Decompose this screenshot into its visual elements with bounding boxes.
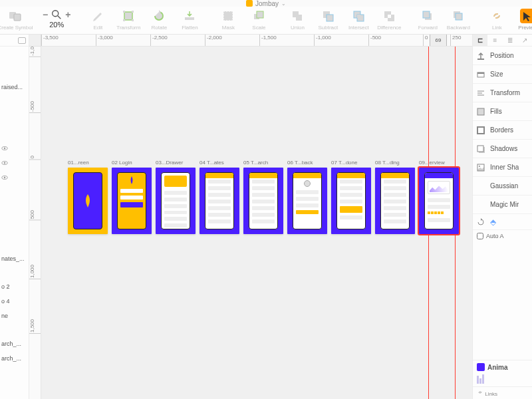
artboard-name[interactable]: 08 T...ding xyxy=(375,160,415,166)
artboard[interactable]: 06 T...back xyxy=(287,160,327,234)
artboard-name[interactable]: 03...Drawer xyxy=(156,160,196,166)
send-backward-icon xyxy=(451,9,466,23)
create-symbol-button[interactable]: Create Symbol xyxy=(4,9,27,31)
zoom-in-button[interactable]: + xyxy=(65,9,70,20)
artboard-name[interactable]: 07 T...done xyxy=(331,160,371,166)
link-button[interactable]: Link xyxy=(485,9,508,31)
anima-plugin-row[interactable]: Anima xyxy=(473,360,532,374)
tab-design[interactable]: ⊏ xyxy=(473,35,487,46)
layer-item[interactable]: o 4 xyxy=(0,294,29,309)
inspector-inner-shadows[interactable]: Inner Sha xyxy=(473,158,532,177)
artboard[interactable]: 01...reen xyxy=(68,160,108,234)
anima-icon xyxy=(477,363,485,371)
layer-item[interactable]: ne xyxy=(0,309,29,323)
document-name: Jombay xyxy=(255,0,279,7)
artboard-row: 01...reen 02 Login 03...Drawer 0 xyxy=(68,160,459,234)
backward-button[interactable]: Backward xyxy=(447,9,469,31)
layer-item[interactable]: raised... xyxy=(0,80,29,94)
perspective-icon[interactable]: ⬘ xyxy=(490,217,496,227)
layers-panel: raised... nates_... o 2 o 4 ne arch_... … xyxy=(0,35,29,399)
zoom-out-button[interactable]: − xyxy=(43,9,48,20)
visibility-icon[interactable] xyxy=(1,174,8,181)
artboard-name[interactable]: 02 Login xyxy=(112,160,152,166)
layer-item[interactable] xyxy=(0,170,29,185)
ruler-origin[interactable] xyxy=(29,35,41,47)
horizontal-ruler[interactable]: -3,500 -3,000 -2,500 -2,000 -1,500 -1,00… xyxy=(41,35,472,47)
ruler-tick: -2,000 xyxy=(205,35,222,47)
window-titlebar: Jombay ⌄ xyxy=(0,0,532,7)
svg-rect-14 xyxy=(257,11,263,18)
inspector-size[interactable]: Size xyxy=(473,65,532,84)
artboard[interactable]: 03...Drawer xyxy=(156,160,196,234)
preview-button[interactable]: Preview xyxy=(516,9,532,31)
inspector-fills[interactable]: Fills xyxy=(473,102,532,121)
links-label: Links xyxy=(473,387,532,399)
main-toolbar: Create Symbol − + 20% Edit Transform Rot… xyxy=(0,7,532,35)
panel-toggle-icon[interactable] xyxy=(18,37,26,44)
bring-forward-icon xyxy=(420,9,435,23)
document-title[interactable]: Jombay ⌄ xyxy=(246,0,286,7)
difference-button[interactable]: Difference xyxy=(378,9,400,31)
visibility-icon[interactable] xyxy=(1,145,8,152)
mini-chart-icon xyxy=(428,181,450,194)
canvas[interactable]: 01...reen 02 Login 03...Drawer 0 xyxy=(41,47,472,399)
layer-item[interactable]: nates_... xyxy=(0,251,29,266)
phone-mock xyxy=(205,172,234,229)
layer-item[interactable]: o 2 xyxy=(0,279,29,294)
phone-mock xyxy=(424,172,454,229)
intersect-button[interactable]: Intersect xyxy=(347,9,370,31)
edit-button[interactable]: Edit xyxy=(86,9,109,31)
zoom-control[interactable]: − + 20% xyxy=(43,9,70,29)
auto-checkbox[interactable]: Auto A xyxy=(473,230,532,242)
ruler-tick: -3,000 xyxy=(96,35,113,47)
artboard[interactable]: 09...erview xyxy=(419,160,459,234)
artboard-name[interactable]: 05 T...arch xyxy=(243,160,283,166)
artboard[interactable]: 02 Login xyxy=(112,160,152,234)
tab-align-center[interactable]: ≣ xyxy=(503,35,517,46)
inspector-position[interactable]: Position xyxy=(473,47,532,65)
subtract-icon xyxy=(321,9,335,23)
scale-button[interactable]: Scale xyxy=(247,9,270,31)
chevron-down-icon: ⌄ xyxy=(281,1,286,7)
union-button[interactable]: Union xyxy=(286,9,309,31)
svg-rect-2 xyxy=(14,14,21,21)
vertical-ruler[interactable]: -1,0 -500 0 500 1,000 1,500 xyxy=(29,47,41,399)
ruler-tick: -3,500 xyxy=(41,35,59,47)
layer-item[interactable] xyxy=(0,141,29,156)
tab-align-left[interactable]: ≡ xyxy=(487,35,502,46)
inspector-shadows[interactable]: Shadows xyxy=(473,140,532,158)
artboard-name[interactable]: 06 T...back xyxy=(287,160,327,166)
refresh-icon[interactable] xyxy=(477,218,485,226)
forward-button[interactable]: Forward xyxy=(416,9,439,31)
transform-icon xyxy=(121,9,136,23)
artboard-name[interactable]: 04 T...ates xyxy=(200,160,239,166)
inspector-transform[interactable]: Transform xyxy=(473,84,532,102)
artboard-name[interactable]: 09...erview xyxy=(419,160,459,166)
layer-item[interactable]: arch_... xyxy=(0,336,29,351)
artboard[interactable]: 05 T...arch xyxy=(243,160,283,234)
layer-item[interactable]: arch_... xyxy=(0,351,29,366)
svg-rect-6 xyxy=(123,11,125,13)
transform-button[interactable]: Transform xyxy=(117,9,140,31)
mask-button[interactable]: Mask xyxy=(217,9,239,31)
svg-point-43 xyxy=(479,166,480,167)
inspector-borders[interactable]: Borders xyxy=(473,121,532,140)
inspector-gaussian-blur[interactable]: Gaussian xyxy=(473,177,532,196)
artboard[interactable]: 08 T...ding xyxy=(375,160,415,234)
inspector-magic-mirror[interactable]: Magic Mir xyxy=(473,196,532,214)
svg-point-3 xyxy=(53,11,59,17)
rotate-button[interactable]: Rotate xyxy=(148,9,170,31)
layer-item[interactable] xyxy=(0,156,29,170)
artboard[interactable]: 07 T...done xyxy=(331,160,371,234)
tab-prototype[interactable]: ↗ xyxy=(517,35,532,46)
union-icon xyxy=(290,9,305,23)
checkbox-input[interactable] xyxy=(477,233,483,239)
flatten-button[interactable]: Flatten xyxy=(178,9,201,31)
subtract-button[interactable]: Subtract xyxy=(317,9,339,31)
shadows-icon xyxy=(475,144,486,154)
visibility-icon[interactable] xyxy=(1,160,8,166)
scale-icon xyxy=(251,9,266,23)
artboard-name[interactable]: 01...reen xyxy=(68,160,108,166)
artboard[interactable]: 04 T...ates xyxy=(200,160,239,234)
phone-mock xyxy=(380,172,410,229)
